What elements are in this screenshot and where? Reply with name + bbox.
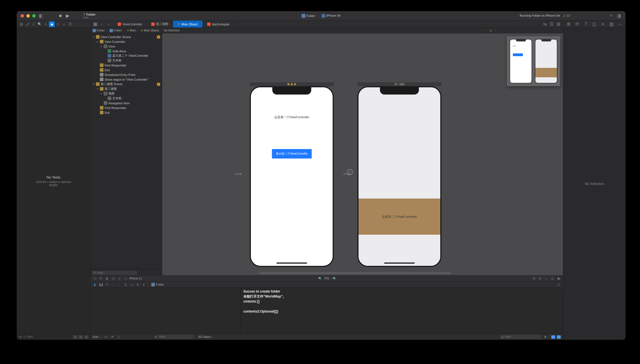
outline-filter-input[interactable] [92, 271, 137, 275]
test-navigator-tab[interactable]: ◆ [49, 21, 55, 27]
zoom-level[interactable]: 75% [324, 277, 329, 280]
add-editor-icon[interactable]: ⊞ [555, 21, 561, 27]
issue-navigator-tab[interactable]: ⚠ [43, 21, 48, 27]
variables-view[interactable] [90, 288, 241, 334]
view-debug-icon[interactable]: ◫ [123, 283, 128, 287]
clear-console-icon[interactable]: ▢ [556, 283, 561, 287]
warnings-badge[interactable]: ⚠ 13 [563, 14, 570, 18]
variables-filter-input[interactable] [158, 335, 194, 339]
issue-indicator-icon[interactable]: ⚠ [488, 29, 493, 33]
canvas-device-label[interactable]: iPhone 11 [129, 277, 142, 280]
file-tab-3[interactable]: AppDelegate [203, 21, 234, 28]
disclosure-arrow[interactable]: ▾ [96, 88, 99, 90]
outline-row[interactable]: 显示第二个 ViewController [90, 53, 162, 58]
breadcrumb[interactable]: Folder 〉 Folder 〉 ✕Main 〉 ✕Main (Base) 〉… [90, 28, 563, 33]
memory-graph-icon[interactable]: ⬡ [129, 283, 134, 287]
disclosure-arrow[interactable]: ▾ [92, 36, 95, 38]
minimize-window-button[interactable] [26, 14, 30, 18]
find-navigator-tab[interactable]: 🔍 [37, 21, 42, 27]
symbol-navigator-tab[interactable]: ◇ [31, 21, 36, 27]
pause-icon[interactable]: ❚❚ [99, 283, 103, 287]
code-review-icon[interactable]: ⇆ [542, 21, 548, 27]
warning-icon[interactable]: ● [157, 35, 160, 39]
device-type-icon[interactable]: ▢ [123, 277, 128, 281]
trash-icon[interactable]: 🗑 [543, 335, 548, 339]
vars-info-icon[interactable]: ⓘ [117, 335, 121, 339]
pin-icon[interactable]: ⊟ [538, 277, 542, 281]
layout-icon[interactable]: ▯ [117, 277, 122, 281]
outline-row[interactable]: Storyboard Entry Point [90, 72, 162, 77]
warning-icon[interactable]: ● [157, 83, 160, 86]
scheme-selector[interactable]: Folder 〉 iPhone Xʀ [302, 14, 341, 18]
step-into-icon[interactable]: ↓ [111, 283, 115, 287]
location-icon[interactable]: ➤ [142, 283, 146, 287]
add-button[interactable]: ＋ [18, 334, 22, 340]
scene-header-2[interactable]: 第二视图 [357, 82, 441, 86]
file-tab-1[interactable]: 第二视图 [147, 21, 173, 28]
outline-row[interactable]: Show segue to "View Controller" [90, 77, 162, 82]
console-output[interactable]: Succes to create folder 未能打开文件"WorldMap"… [241, 288, 563, 334]
scene-header-1[interactable] [250, 82, 334, 86]
scope-button-2[interactable]: ◫ [78, 335, 83, 339]
stack-icon[interactable]: ▣ [556, 277, 561, 281]
project-navigator-tab[interactable]: ▤ [18, 21, 24, 27]
history-inspector-tab[interactable]: ⟳ [574, 21, 580, 27]
outline-row[interactable]: Safe Area [90, 49, 162, 53]
debug-navigator-tab[interactable]: ⎋ [55, 21, 61, 27]
vars-eye-icon[interactable]: 👁 [110, 335, 115, 339]
step-out-icon[interactable]: ↑ [117, 283, 122, 287]
canvas-scrollbar[interactable] [260, 272, 451, 274]
toggle-vars-pane[interactable] [551, 335, 555, 339]
branch-info[interactable]: ᛘFolder main [83, 13, 96, 19]
toggle-inspector-icon[interactable]: ◨ [616, 13, 622, 19]
vc2-band[interactable]: 这是第二个ViewController [359, 199, 440, 235]
nav-back-small[interactable]: ‹ [483, 29, 488, 33]
auto-scope[interactable]: Auto ⌄ [93, 335, 101, 338]
report-navigator-tab[interactable]: ☰ [67, 21, 73, 27]
outline-row[interactable]: Exit [90, 110, 162, 115]
identity-inspector-tab[interactable]: ◫ [591, 21, 597, 27]
size-inspector-tab[interactable]: ▥ [608, 21, 614, 27]
orientation-icon[interactable]: ⟳ [99, 277, 103, 281]
zoom-out-icon[interactable]: −🔍 [317, 277, 322, 281]
vars-filter-icon[interactable]: ⊙ [103, 335, 108, 339]
outline-row[interactable]: ▾View [90, 44, 162, 49]
phone-frame-1[interactable]: 这是第一个ViewController 显示第二个ViewController [250, 86, 334, 267]
attributes-inspector-tab[interactable]: ≡ [600, 21, 606, 27]
stop-button[interactable]: ■ [57, 13, 63, 19]
output-scope[interactable]: All Output ⌄ [198, 335, 214, 338]
constraints-icon[interactable]: ◫ [111, 277, 115, 281]
nav-forward-button[interactable]: › [105, 21, 112, 27]
window-traffic-lights[interactable] [21, 14, 36, 18]
zoom-in-icon[interactable]: +🔍 [332, 277, 336, 281]
outline-row[interactable]: Exit [90, 68, 162, 72]
outline-row[interactable]: First Responder [90, 105, 162, 110]
disclosure-arrow[interactable]: ▾ [96, 40, 99, 43]
adjust-editor-icon[interactable]: ☰ [548, 21, 555, 27]
debug-target[interactable]: Folder [151, 283, 164, 286]
outline-row[interactable]: ▾第二视图 Scene● [90, 82, 162, 86]
nav-back-button[interactable]: ‹ [99, 21, 105, 27]
outline-row[interactable]: Navigation Item [90, 101, 162, 105]
file-tab-0[interactable]: ViewController [113, 21, 147, 28]
file-tab-2[interactable]: ✕Main (Base) [173, 21, 202, 28]
run-button[interactable]: ▶ [65, 13, 71, 19]
canvas-minimap[interactable]: label [507, 36, 560, 86]
outline-row[interactable]: 文本框 [90, 96, 162, 101]
phone-frame-2[interactable]: 这是第二个ViewController [357, 86, 441, 267]
scope-button-3[interactable]: ◫ [84, 335, 88, 339]
source-control-navigator-tab[interactable]: ⎇ [24, 21, 30, 27]
toggle-console-pane[interactable] [557, 335, 561, 339]
align-icon[interactable]: ⊞ [532, 277, 536, 281]
embed-icon[interactable]: ⊡ [550, 277, 555, 281]
outline-row[interactable]: ▾视图 [90, 91, 162, 96]
step-over-icon[interactable]: ↷ [105, 283, 109, 287]
connections-inspector-tab[interactable]: → [617, 21, 623, 27]
outline-row[interactable]: 文本框 [90, 58, 162, 63]
outline-row[interactable]: ▾第二视图 [90, 86, 162, 91]
toggle-navigator-icon[interactable]: ◧ [38, 13, 44, 19]
console-filter-input[interactable] [500, 335, 542, 339]
resolve-icon[interactable]: △ [544, 277, 548, 281]
vc1-show-button[interactable]: 显示第二个ViewController [272, 149, 312, 159]
environment-icon[interactable]: ⚙ [135, 283, 140, 287]
